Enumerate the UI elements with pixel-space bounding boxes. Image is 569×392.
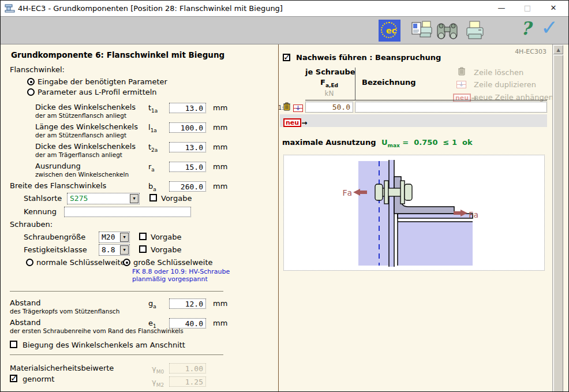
genormt-label: genormt — [23, 375, 54, 383]
klasse-vorgabe-label: Vorgabe — [151, 245, 181, 254]
confirm-icon[interactable]: ✓ — [541, 16, 558, 39]
abstand-sublabel: der ersten Schraubenreihe vom Rand des F… — [10, 327, 184, 334]
param-input-t2a[interactable]: 13.0 — [169, 142, 206, 152]
toolbar: ec — [1, 17, 568, 44]
washer-right — [400, 181, 405, 204]
hv-note-line1: FK 8.8 oder 10.9: HV-Schraube — [132, 268, 230, 275]
material-label: Materialsicherheitsbeiwerte — [10, 364, 114, 372]
minimize-button[interactable]: — — [489, 1, 514, 16]
ausnutzung-result: Umax = 0.750 ≤ 1 ok — [381, 138, 473, 148]
row-faed-input[interactable]: 50.0 — [305, 102, 353, 113]
chevron-down-icon[interactable]: ▼ — [120, 233, 129, 242]
chevron-down-icon[interactable]: ▼ — [130, 194, 138, 203]
kennung-input[interactable] — [64, 207, 191, 217]
genormt-checkbox[interactable] — [10, 375, 17, 382]
col-header-unit: kN — [305, 89, 353, 98]
hv-note-line2: planmäßig vorgespannt — [132, 275, 208, 283]
module-code: 4H-EC303 — [506, 48, 546, 55]
param-input-l1a[interactable]: 100.0 — [169, 122, 206, 133]
param-label: Dicke des Winkelschenkels — [35, 142, 136, 151]
radio-eingabe-parameter[interactable] — [27, 78, 35, 85]
stahlsorte-dropdown[interactable]: S275 ▼ — [67, 193, 140, 204]
param-input-ra[interactable]: 15.0 — [169, 162, 206, 172]
radio-l-profil[interactable] — [27, 88, 35, 96]
column-divider — [355, 68, 355, 100]
delete-row-icon — [458, 67, 465, 78]
param-input-t1a[interactable]: 13.0 — [169, 103, 206, 113]
abstand-e1-input[interactable]: 40.0 — [169, 318, 206, 328]
biegung-checkbox[interactable] — [10, 341, 17, 348]
schraubengroesse-value: M20 — [102, 233, 115, 241]
scroll-up-button[interactable]: ▲ — [553, 45, 563, 54]
abstand-symbol: ga — [148, 299, 156, 309]
app-window: 4H-EC3 - Grundkomponenten [Position 28: … — [0, 0, 569, 392]
row-delete-icon[interactable] — [283, 102, 290, 113]
abstand-label: Abstand — [10, 318, 40, 327]
new-row-strip — [280, 114, 547, 127]
connection-diagram: Fa Fa — [283, 155, 545, 271]
abstand-unit: mm — [213, 299, 227, 308]
radio-normale-schluesselweite[interactable] — [26, 259, 33, 266]
param-sublabel: der am Stützenflansch anliegt — [35, 112, 126, 119]
row-duplicate-icon[interactable] — [293, 103, 303, 114]
abstand-unit: mm — [213, 319, 227, 327]
param-unit: mm — [213, 182, 227, 191]
gamma-m2-input: 1.25 — [169, 376, 206, 387]
print-preview-icon[interactable] — [411, 20, 433, 43]
row-bezeichnung-input[interactable] — [355, 102, 547, 113]
groesse-vorgabe-label: Vorgabe — [151, 233, 181, 241]
stahlsorte-vorgabe-checkbox[interactable] — [149, 194, 157, 201]
stahlsorte-value: S275 — [70, 194, 88, 203]
abstand-label: Abstand — [10, 298, 40, 307]
nachweis-checkbox[interactable] — [283, 54, 290, 61]
header-underline — [305, 100, 547, 100]
search-binoculars-icon[interactable] — [436, 21, 459, 43]
bolt-head — [375, 184, 383, 200]
param-symbol: l1a — [148, 123, 157, 133]
param-symbol: t2a — [148, 143, 158, 153]
schraubengroesse-dropdown[interactable]: M20 ▼ — [99, 232, 130, 243]
scrollbar-thumb[interactable] — [553, 55, 563, 392]
abstand-ga-input[interactable]: 12.0 — [169, 298, 206, 309]
delete-row-label: Zeile löschen — [474, 68, 523, 77]
festigkeitsklasse-dropdown[interactable]: 8.8 ▼ — [99, 244, 130, 256]
param-unit: mm — [213, 123, 227, 132]
radio-grosse-schluesselweite[interactable] — [123, 259, 130, 266]
param-sublabel: zwischen den Winkelschenkeln — [35, 171, 129, 178]
schraubengroesse-label: Schraubengröße — [24, 233, 85, 241]
nachweis-label: Nachweis führen : Beanspruchung — [296, 53, 441, 62]
param-unit: mm — [213, 162, 227, 171]
help-icon[interactable]: ? — [521, 18, 531, 39]
klasse-vorgabe-checkbox[interactable] — [139, 245, 147, 253]
param-unit: mm — [213, 103, 227, 112]
title-bar: 4H-EC3 - Grundkomponenten [Position 28: … — [1, 1, 568, 17]
biegung-label: Biegung des Winkelschenkels am Anschnitt — [23, 341, 185, 349]
bolt-nut — [405, 184, 412, 200]
append-row-button[interactable]: neu→ — [283, 117, 307, 128]
eurocode-button[interactable]: ec — [379, 20, 400, 42]
duplicate-row-label: Zeile duplizieren — [474, 80, 536, 89]
stahlsorte-label: Stahlsorte — [24, 194, 62, 203]
panel-separator — [278, 44, 279, 392]
print-icon[interactable] — [465, 20, 485, 43]
param-symbol: ra — [148, 162, 155, 173]
maximize-button: □ — [515, 1, 540, 16]
close-button[interactable]: ✕ — [541, 1, 566, 16]
radio-gross-label: große Schlüsselweite — [133, 258, 213, 267]
schrauben-section-label: Schrauben: — [10, 220, 53, 229]
gamma-m2-symbol: γM2 — [152, 378, 164, 388]
groesse-vorgabe-checkbox[interactable] — [139, 233, 147, 240]
col-header-bezeichnung: Bezeichnung — [362, 78, 416, 87]
param-input-ba[interactable]: 260.0 — [169, 181, 206, 192]
param-label: Länge des Winkelschenkels — [35, 122, 138, 131]
divider — [10, 354, 223, 355]
param-sublabel: der am Stützenflansch anliegt — [35, 132, 126, 139]
column-section — [358, 161, 389, 266]
scrollbar[interactable]: ▲ — [552, 44, 563, 392]
chevron-down-icon[interactable]: ▼ — [120, 245, 129, 255]
param-symbol: ba — [148, 182, 156, 192]
abstand-sublabel: des Trägerkopfs vom Stützenflansch — [10, 308, 119, 315]
festigkeitsklasse-label: Festigkeitsklasse — [24, 245, 87, 254]
festigkeitsklasse-value: 8.8 — [102, 245, 115, 254]
param-label: Dicke des Winkelschenkels — [35, 103, 136, 111]
